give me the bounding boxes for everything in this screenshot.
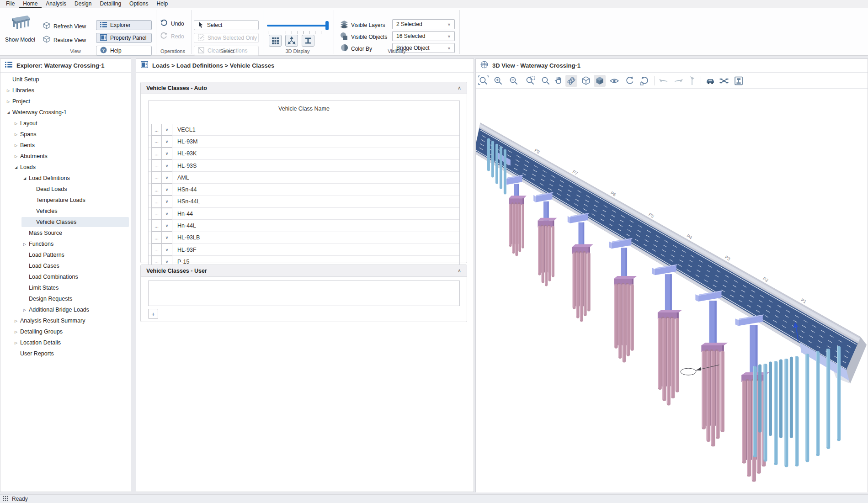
help-button[interactable]: ? Help [96, 46, 152, 56]
show-model-button[interactable]: Show Model [3, 10, 37, 52]
row-more-button[interactable]: ... [151, 184, 162, 196]
fly-over-icon[interactable] [718, 75, 730, 87]
tree-collapsed-icon[interactable]: ▷ [12, 330, 20, 334]
row-more-button[interactable]: ... [151, 148, 162, 159]
sidebar-item-loads[interactable]: ◢Loads [0, 162, 131, 173]
add-vehicle-class-button[interactable]: + [148, 309, 158, 319]
menu-help[interactable]: Help [152, 0, 172, 8]
tree-collapsed-icon[interactable]: ▷ [12, 122, 20, 126]
sidebar-item-detailing-groups[interactable]: ▷Detailing Groups [0, 326, 131, 337]
sidebar-item-load-patterns[interactable]: Load Patterns [0, 249, 131, 260]
sidebar-item-abutments[interactable]: ▷Abutments [0, 151, 131, 162]
tree-collapsed-icon[interactable]: ▷ [4, 100, 12, 104]
tree-expanded-icon[interactable]: ◢ [21, 176, 29, 180]
visible-layers-dropdown[interactable]: 2 Selected ∨ [392, 19, 455, 29]
cube-solid-icon[interactable] [594, 75, 606, 87]
zoom-window-icon[interactable] [524, 75, 536, 87]
sidebar-item-additional-bridge-loads[interactable]: ▷Additional Bridge Loads [0, 304, 131, 315]
perspective-icon[interactable] [608, 75, 620, 87]
zoom-extents-icon[interactable] [478, 75, 490, 87]
menu-options[interactable]: Options [125, 0, 152, 8]
view-flag-2-icon[interactable] [672, 75, 684, 87]
row-more-button[interactable]: ... [151, 124, 162, 136]
sidebar-item-vehicle-classes[interactable]: Vehicle Classes [0, 217, 131, 228]
row-more-button[interactable]: ... [151, 208, 162, 220]
row-more-button[interactable]: ... [151, 196, 162, 207]
sidebar-item-load-definitions[interactable]: ◢Load Definitions [0, 173, 131, 184]
select-button[interactable]: Select [194, 20, 259, 30]
sidebar-item-vehicles[interactable]: Vehicles [0, 206, 131, 217]
sidebar-item-bents[interactable]: ▷Bents [0, 140, 131, 151]
row-dropdown-button[interactable]: ∨ [162, 124, 172, 136]
sidebar-item-limit-states[interactable]: Limit States [0, 282, 131, 293]
sidebar-item-load-combinations[interactable]: Load Combinations [0, 271, 131, 282]
show-selected-only-button[interactable]: Show Selected Only [194, 33, 259, 43]
menu-analysis[interactable]: Analysis [42, 0, 70, 8]
tree-collapsed-icon[interactable]: ▷ [4, 89, 12, 93]
cube-wireframe-icon[interactable] [580, 75, 592, 87]
row-dropdown-button[interactable]: ∨ [162, 184, 172, 196]
row-dropdown-button[interactable]: ∨ [162, 232, 172, 244]
zoom-in-icon[interactable] [492, 75, 504, 87]
sidebar-item-user-reports[interactable]: User Reports [0, 348, 131, 359]
tree-expanded-icon[interactable]: ◢ [4, 111, 12, 115]
tree-expanded-icon[interactable]: ◢ [12, 165, 20, 169]
menu-design[interactable]: Design [70, 0, 96, 8]
spin-ccw-icon[interactable] [639, 75, 650, 87]
sidebar-item-mass-source[interactable]: Mass Source [0, 228, 131, 238]
row-dropdown-button[interactable]: ∨ [162, 220, 172, 232]
3d-display-slider-track[interactable] [267, 25, 328, 26]
menu-file[interactable]: File [2, 0, 19, 8]
row-dropdown-button[interactable]: ∨ [162, 136, 172, 148]
row-more-button[interactable]: ... [151, 172, 162, 184]
section-box-icon[interactable] [733, 75, 745, 87]
row-dropdown-button[interactable]: ∨ [162, 208, 172, 220]
visible-objects-dropdown[interactable]: 16 Selected ∨ [392, 31, 455, 41]
zoom-out-icon[interactable] [508, 75, 520, 87]
sidebar-item-design-requests[interactable]: Design Requests [0, 293, 131, 304]
tree-collapsed-icon[interactable]: ▷ [12, 319, 20, 323]
collapse-icon[interactable]: ∧ [458, 268, 461, 274]
row-more-button[interactable]: ... [151, 136, 162, 148]
row-dropdown-button[interactable]: ∨ [162, 159, 172, 171]
refresh-view-button[interactable]: Refresh View [43, 22, 86, 31]
restore-view-button[interactable]: Restore View [43, 36, 86, 44]
auto-section-header[interactable]: Vehicle Classes - Auto ∧ [141, 82, 467, 94]
row-dropdown-button[interactable]: ∨ [162, 172, 172, 184]
sidebar-item-libraries[interactable]: ▷Libraries [0, 85, 131, 96]
tree-collapsed-icon[interactable]: ▷ [21, 242, 29, 246]
grid-display-button[interactable] [269, 35, 282, 47]
user-section-header[interactable]: Vehicle Classes - User ∧ [141, 265, 467, 277]
tree-collapsed-icon[interactable]: ▷ [12, 154, 20, 159]
undo-button[interactable]: Undo [160, 19, 184, 28]
row-more-button[interactable]: ... [151, 244, 162, 255]
row-more-button[interactable]: ... [151, 220, 162, 232]
explorer-toggle-button[interactable]: Explorer [96, 20, 152, 30]
spin-cw-icon[interactable] [624, 75, 636, 87]
sidebar-item-location-details[interactable]: ▷Location Details [0, 337, 131, 348]
sidebar-item-layout[interactable]: ▷Layout [0, 118, 131, 129]
3d-display-slider-handle[interactable] [325, 21, 329, 30]
sidebar-item-analysis-result-summary[interactable]: ▷Analysis Result Summary [0, 315, 131, 326]
row-dropdown-button[interactable]: ∨ [162, 196, 172, 207]
sidebar-item-functions[interactable]: ▷Functions [0, 238, 131, 249]
view-flag-3-icon[interactable] [686, 75, 698, 87]
sidebar-item-unit-setup[interactable]: Unit Setup [0, 74, 131, 85]
row-dropdown-button[interactable]: ∨ [162, 244, 172, 255]
menu-detailing[interactable]: Detailing [96, 0, 125, 8]
sidebar-item-project[interactable]: ▷Project [0, 96, 131, 107]
tree-collapsed-icon[interactable]: ▷ [12, 143, 20, 148]
tree-collapsed-icon[interactable]: ▷ [21, 308, 29, 312]
collapse-icon[interactable]: ∧ [458, 85, 461, 91]
row-more-button[interactable]: ... [151, 159, 162, 171]
zoom-dynamic-icon[interactable] [540, 75, 552, 87]
extrude-view-button[interactable] [285, 35, 298, 47]
sidebar-item-spans[interactable]: ▷Spans [0, 129, 131, 140]
sidebar-item-load-cases[interactable]: Load Cases [0, 260, 131, 271]
sidebar-item-dead-loads[interactable]: Dead Loads [0, 184, 131, 195]
tree-collapsed-icon[interactable]: ▷ [12, 341, 20, 345]
row-dropdown-button[interactable]: ∨ [162, 148, 172, 159]
row-more-button[interactable]: ... [151, 232, 162, 244]
view-flag-1-icon[interactable] [658, 75, 670, 87]
pan-icon[interactable] [553, 75, 564, 87]
